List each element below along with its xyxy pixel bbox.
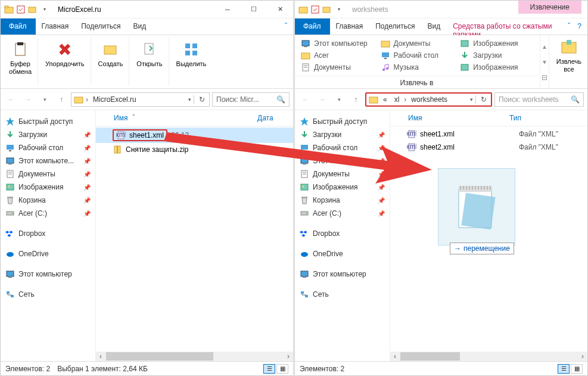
sidebar-item-изображения[interactable]: Изображения📌: [3, 181, 93, 194]
history-dropdown[interactable]: ▾: [332, 92, 346, 107]
extract-target-музыка[interactable]: Музыка: [381, 63, 453, 72]
file-list[interactable]: xmlsheet1.xml06.12.Снятие защиты.zip06.1…: [96, 126, 293, 352]
scrollbar-horizontal[interactable]: ‹ ›: [96, 352, 293, 361]
forward-button[interactable]: →: [21, 92, 35, 107]
sidebar-item-документы[interactable]: Документы📌: [3, 167, 93, 181]
column-name[interactable]: Имя: [390, 114, 509, 122]
sidebar-item-сеть[interactable]: Сеть: [297, 288, 387, 301]
refresh-button[interactable]: ↻: [475, 95, 489, 104]
address-bar[interactable]: › MicroExcel.ru ▾ ↻: [71, 92, 210, 107]
tab-view[interactable]: Вид: [421, 18, 447, 35]
extract-target-документы[interactable]: Документы: [381, 39, 453, 48]
sidebar-item-сеть[interactable]: Сеть: [3, 288, 93, 301]
scroll-right-button[interactable]: ›: [284, 352, 293, 361]
breadcrumb-worksheets[interactable]: worksheets: [409, 95, 450, 104]
sidebar-item-этот-компьютер[interactable]: Этот компьютер📌: [297, 154, 387, 167]
extract-target-acer[interactable]: Acer: [301, 51, 374, 60]
sidebar-item-этот-компьютер[interactable]: Этот компьютер: [3, 268, 93, 281]
maximize-button[interactable]: ☐: [241, 1, 267, 18]
scroll-thumb[interactable]: [106, 352, 213, 361]
history-dropdown[interactable]: ▾: [38, 92, 52, 107]
back-button[interactable]: ←: [298, 92, 313, 107]
file-row[interactable]: Снятие защиты.zip06.12.: [96, 143, 293, 156]
icons-view-button[interactable]: ▦: [276, 364, 288, 374]
sidebar-item-dropbox[interactable]: Dropbox: [3, 227, 93, 240]
sidebar-item-onedrive[interactable]: OneDrive: [297, 247, 387, 260]
sidebar-item-рабочий-стол[interactable]: Рабочий стол📌: [297, 141, 387, 154]
sidebar-item-dropbox[interactable]: Dropbox: [297, 227, 387, 240]
icons-view-button[interactable]: ▦: [571, 364, 583, 374]
new-folder-icon[interactable]: [322, 5, 332, 14]
sidebar-item-загрузки[interactable]: Загрузки📌: [3, 128, 93, 141]
scroll-down-icon[interactable]: ▾: [540, 58, 549, 66]
properties-icon[interactable]: [310, 5, 320, 14]
extract-all-button[interactable]: Извлечь все: [554, 36, 584, 74]
up-button[interactable]: ↑: [54, 92, 69, 107]
tab-file[interactable]: Файл: [1, 18, 36, 35]
sidebar-item-быстрый-доступ[interactable]: Быстрый доступ: [3, 115, 93, 128]
tab-view[interactable]: Вид: [127, 18, 153, 35]
sidebar-item-загрузки[interactable]: Загрузки📌: [297, 128, 387, 141]
drop-target-notepad[interactable]: [438, 168, 515, 246]
sidebar-item-acer-c-[interactable]: Acer (C:)📌: [297, 207, 387, 220]
file-row[interactable]: xmlsheet1.xml06.12.: [96, 128, 293, 143]
scroll-left-button[interactable]: ‹: [96, 352, 105, 361]
open-button[interactable]: Открыть: [134, 39, 164, 69]
column-date[interactable]: Дата: [257, 114, 293, 122]
sidebar-item-этот-компьютер[interactable]: Этот компьюте...📌: [3, 154, 93, 167]
select-button[interactable]: Выделить: [174, 39, 209, 69]
scrollbar-horizontal[interactable]: ‹ ›: [390, 352, 587, 361]
properties-icon[interactable]: [16, 5, 26, 14]
scroll-up-icon[interactable]: ▴: [540, 42, 549, 51]
details-view-button[interactable]: ☰: [263, 364, 275, 374]
sidebar-item-документы[interactable]: Документы📌: [297, 167, 387, 181]
tab-home[interactable]: Главная: [36, 18, 76, 35]
ribbon-collapse-icon[interactable]: ˇ: [279, 18, 293, 35]
tab-home[interactable]: Главная: [330, 18, 370, 35]
details-view-button[interactable]: ☰: [558, 364, 570, 374]
sidebar-item-рабочий-стол[interactable]: Рабочий стол📌: [3, 141, 93, 154]
sidebar-item-этот-компьютер[interactable]: Этот компьютер: [297, 268, 387, 281]
create-button[interactable]: Создать: [96, 39, 126, 69]
dropdown-icon[interactable]: ▾: [334, 5, 344, 14]
clipboard-button[interactable]: Буфер обмена: [7, 39, 34, 77]
file-row[interactable]: xmlsheet1.xmlФайл "XML": [390, 128, 587, 141]
file-list[interactable]: xmlsheet1.xmlФайл "XML"xmlsheet2.xmlФайл…: [390, 126, 587, 352]
search-input[interactable]: Поиск: Micr... 🔍: [212, 92, 290, 107]
help-button[interactable]: ?: [576, 18, 587, 35]
scroll-left-button[interactable]: ‹: [390, 352, 400, 361]
forward-button[interactable]: →: [315, 92, 329, 107]
new-folder-icon[interactable]: [28, 5, 38, 14]
close-button[interactable]: ✕: [267, 1, 293, 18]
ribbon-collapse-icon[interactable]: ˇ: [562, 18, 576, 35]
tab-share[interactable]: Поделиться: [75, 18, 127, 35]
sidebar-item-быстрый-доступ[interactable]: Быстрый доступ: [297, 115, 387, 128]
sidebar-item-onedrive[interactable]: OneDrive: [3, 247, 93, 260]
titlebar[interactable]: ▾ worksheets Извлечение ─ ☐ ✕: [295, 1, 587, 18]
extract-target-изображения[interactable]: Изображения: [460, 39, 533, 48]
tab-share[interactable]: Поделиться: [369, 18, 421, 35]
back-button[interactable]: ←: [4, 92, 18, 107]
search-input[interactable]: Поиск: worksheets 🔍: [494, 92, 584, 107]
column-type[interactable]: Тип: [509, 114, 569, 122]
file-row[interactable]: xmlsheet2.xmlФайл "XML": [390, 141, 587, 154]
sidebar-item-acer-c-[interactable]: Acer (C:)📌: [3, 207, 93, 220]
breadcrumb-xl[interactable]: xl: [392, 95, 402, 104]
tab-file[interactable]: Файл: [295, 18, 330, 35]
address-bar[interactable]: « xl › worksheets ▾ ↻: [365, 92, 492, 107]
breadcrumb[interactable]: MicroExcel.ru: [91, 95, 139, 104]
titlebar[interactable]: ▾ MicroExcel.ru ─ ☐ ✕: [1, 1, 293, 18]
scroll-right-button[interactable]: ›: [578, 352, 587, 361]
up-button[interactable]: ↑: [349, 92, 363, 107]
sidebar-item-корзина[interactable]: Корзина📌: [3, 194, 93, 207]
column-name[interactable]: Имяˆ: [96, 114, 257, 122]
dropdown-icon[interactable]: ▾: [40, 5, 49, 14]
more-icon[interactable]: ⊟: [540, 73, 549, 82]
minimize-button[interactable]: ─: [214, 1, 241, 18]
sidebar-item-корзина[interactable]: Корзина📌: [297, 194, 387, 207]
organize-button[interactable]: ✖Упорядочить: [43, 39, 86, 69]
refresh-button[interactable]: ↻: [194, 95, 207, 104]
scroll-thumb[interactable]: [400, 352, 460, 361]
tab-compressed-tools[interactable]: Средства работы со сжатыми папками: [447, 18, 562, 35]
extract-target-документы[interactable]: Документы: [301, 63, 374, 72]
